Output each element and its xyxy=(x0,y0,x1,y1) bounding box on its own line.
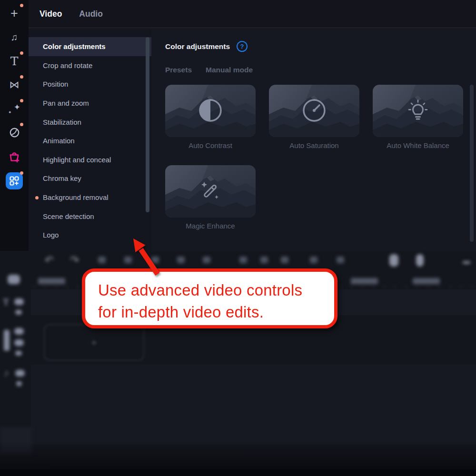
toolbar-button[interactable] xyxy=(337,257,344,263)
activity-bar: + ♫ T ⋈ ✦ ✦ xyxy=(0,0,29,251)
notification-dot xyxy=(20,171,23,175)
suggestions-icon[interactable] xyxy=(389,254,398,267)
sidebar-item-stabilization[interactable]: Stabilization xyxy=(29,112,151,131)
media-dropzone[interactable]: + xyxy=(44,324,144,361)
sidebar-item-background-removal[interactable]: Background removal xyxy=(29,188,151,207)
magic-wand-icon xyxy=(198,178,223,204)
effects-icon: ✦ ✦ xyxy=(8,102,20,115)
window-bottom-edge xyxy=(0,469,476,476)
eye-icon[interactable] xyxy=(15,370,25,377)
toolbar-button[interactable] xyxy=(151,257,159,263)
notification-dot xyxy=(35,196,39,199)
toolbar-button[interactable] xyxy=(203,257,210,263)
timeline-track-lane xyxy=(31,364,476,444)
tools-sidebar: Color adjustments Crop and rotate Positi… xyxy=(29,29,151,251)
sidebar-item-scene-detection[interactable]: Scene detection xyxy=(29,207,151,226)
sidebar-item-animation[interactable]: Animation xyxy=(29,131,151,150)
saturation-icon xyxy=(301,98,327,123)
white-balance-icon xyxy=(405,98,431,123)
preset-thumbnail xyxy=(165,85,256,137)
lock-icon[interactable] xyxy=(15,310,22,315)
color-adjustments-panel: Color adjustments ? Presets Manual mode xyxy=(151,29,476,251)
tab-manual-mode[interactable]: Manual mode xyxy=(206,66,253,74)
notification-dot xyxy=(20,4,23,7)
sidebar-item-chroma-key[interactable]: Chroma key xyxy=(29,169,151,188)
preset-thumbnail xyxy=(269,85,359,137)
timecode xyxy=(351,278,378,284)
add-media-icon: + xyxy=(10,7,18,20)
media-type-tabs: Video Audio xyxy=(29,0,476,28)
help-icon[interactable]: ? xyxy=(237,41,248,52)
stickers-icon xyxy=(9,127,20,138)
eye-icon[interactable] xyxy=(14,328,24,335)
preset-auto-white-balance[interactable]: Auto White Balance xyxy=(373,85,463,149)
notification-dot xyxy=(20,51,23,55)
tab-audio[interactable]: Audio xyxy=(79,9,103,19)
track-stack-icon[interactable] xyxy=(8,275,20,284)
tab-presets[interactable]: Presets xyxy=(165,66,192,74)
microphone-icon[interactable] xyxy=(416,254,424,267)
preset-thumbnail xyxy=(373,85,463,137)
toolbar-button[interactable] xyxy=(260,257,268,263)
timecode xyxy=(413,278,440,284)
panel-title: Color adjustments xyxy=(165,42,230,51)
toolbar-button[interactable] xyxy=(281,257,288,263)
tutorial-callout: Use advanced video controls for in-depth… xyxy=(82,268,337,328)
more-apps-button[interactable] xyxy=(1,170,28,191)
tab-video[interactable]: Video xyxy=(40,9,62,19)
panel-scrollbar[interactable] xyxy=(470,85,474,242)
toolbar-button[interactable] xyxy=(310,257,317,263)
sidebar-item-highlight-and-conceal[interactable]: Highlight and conceal xyxy=(29,150,151,169)
panel-mode-tabs: Presets Manual mode xyxy=(165,66,253,74)
sidebar-item-pan-and-zoom[interactable]: Pan and zoom xyxy=(29,94,151,113)
effects-button[interactable]: ✦ ✦ xyxy=(1,98,28,119)
notification-dot xyxy=(20,99,23,102)
sidebar-item-logo[interactable]: Logo xyxy=(29,226,151,245)
redo-icon[interactable]: ↷ xyxy=(70,254,79,267)
undo-icon[interactable]: ↶ xyxy=(45,254,54,267)
callout-text-line2: for in-depth video edits. xyxy=(98,301,334,323)
add-media-button[interactable]: + xyxy=(1,3,28,24)
timecode xyxy=(38,278,65,284)
sidebar-item-color-adjustments[interactable]: Color adjustments xyxy=(29,37,151,56)
audio-tool-button[interactable]: ♫ xyxy=(1,27,28,48)
audio-icon: ♫ xyxy=(11,32,18,43)
preset-label: Magic Enhance xyxy=(165,222,256,230)
toolbar-button[interactable] xyxy=(177,257,185,263)
notification-dot xyxy=(20,123,23,126)
callout-text-line1: Use advanced video controls xyxy=(98,279,334,301)
titles-icon: T xyxy=(10,54,19,68)
audio-track-icon: ♪ xyxy=(4,367,9,378)
preset-label: Auto White Balance xyxy=(373,141,463,149)
notification-dot xyxy=(20,75,23,79)
timeline-bottom-fade xyxy=(0,443,476,469)
toolbar-button[interactable] xyxy=(239,257,247,263)
store-button[interactable] xyxy=(1,147,28,168)
eye-icon[interactable] xyxy=(14,339,24,346)
titles-button[interactable]: T xyxy=(1,50,28,71)
sidebar-scrollbar[interactable] xyxy=(146,37,149,212)
toolbar-button[interactable] xyxy=(98,257,106,263)
preset-magic-enhance[interactable]: Magic Enhance xyxy=(165,165,256,230)
sidebar-item-position[interactable]: Position xyxy=(29,75,151,94)
contrast-icon xyxy=(198,98,223,123)
title-track-icon: T xyxy=(3,297,9,308)
preset-label: Auto Contrast xyxy=(165,141,256,149)
toolbar-button[interactable] xyxy=(124,257,132,263)
eye-icon[interactable] xyxy=(14,298,24,305)
video-editor-window: + ♫ T ⋈ ✦ ✦ xyxy=(0,0,476,476)
preset-label: Auto Saturation xyxy=(269,141,359,149)
sidebar-item-crop-and-rotate[interactable]: Crop and rotate xyxy=(29,56,151,75)
preset-auto-saturation[interactable]: Auto Saturation xyxy=(269,85,359,149)
lock-icon[interactable] xyxy=(15,351,22,356)
more-apps-icon xyxy=(6,172,23,189)
transitions-icon: ⋈ xyxy=(10,79,20,90)
video-track-icon xyxy=(4,330,10,351)
preset-thumbnail xyxy=(165,165,256,218)
preset-auto-contrast[interactable]: Auto Contrast xyxy=(165,85,256,149)
preset-grid: Auto Contrast Aut xyxy=(165,85,463,230)
transitions-button[interactable]: ⋈ xyxy=(1,74,28,95)
lock-icon[interactable] xyxy=(16,381,22,386)
stickers-button[interactable] xyxy=(1,122,28,143)
zoom-out-icon[interactable] xyxy=(463,261,470,264)
